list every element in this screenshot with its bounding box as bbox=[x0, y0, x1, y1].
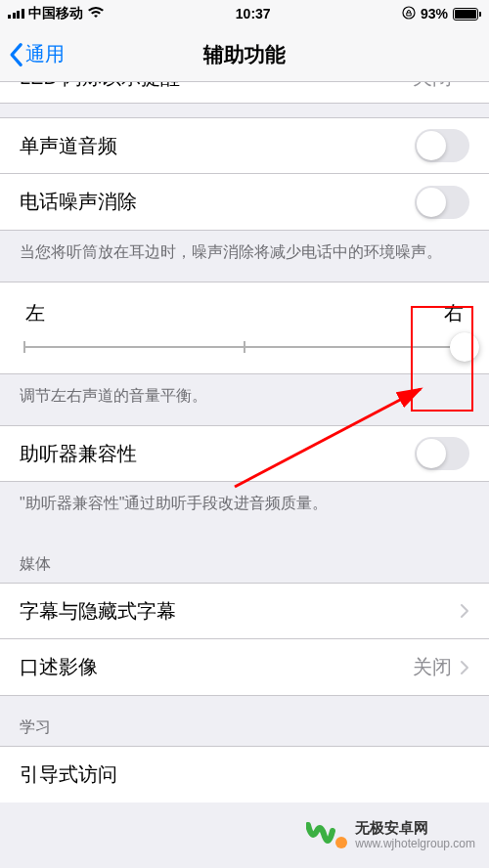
back-label: 通用 bbox=[25, 41, 65, 67]
mono-label: 单声道音频 bbox=[20, 133, 415, 159]
slider-knob[interactable] bbox=[450, 332, 479, 362]
watermark-url: www.wjhotelgroup.com bbox=[355, 837, 475, 850]
row-mono-audio[interactable]: 单声道音频 bbox=[0, 117, 489, 174]
subtitles-label: 字幕与隐藏式字幕 bbox=[20, 598, 452, 625]
audiodesc-label: 口述影像 bbox=[20, 654, 413, 680]
wifi-icon bbox=[87, 6, 105, 22]
hearing-footer: "助听器兼容性"通过助听手段改进音频质量。 bbox=[0, 482, 489, 533]
signal-icon bbox=[8, 9, 24, 19]
audiodesc-value: 关闭 bbox=[413, 654, 452, 680]
hearing-toggle[interactable] bbox=[415, 437, 469, 470]
balance-footer: 调节左右声道的音量平衡。 bbox=[0, 374, 489, 425]
noise-toggle[interactable] bbox=[415, 186, 469, 219]
nav-bar: 通用 辅助功能 bbox=[0, 27, 489, 82]
status-left: 中国移动 bbox=[8, 5, 105, 22]
watermark: 无极安卓网 www.wjhotelgroup.com bbox=[306, 817, 475, 852]
battery-percent: 93% bbox=[421, 6, 448, 22]
led-value: 关闭 bbox=[413, 82, 452, 91]
led-label: LED 闪烁以示提醒 bbox=[20, 82, 413, 91]
chevron-right-icon bbox=[460, 660, 469, 675]
row-subtitles[interactable]: 字幕与隐藏式字幕 bbox=[0, 583, 489, 639]
watermark-title: 无极安卓网 bbox=[355, 819, 475, 837]
slider-right-label: 右 bbox=[444, 300, 464, 326]
orientation-lock-icon bbox=[402, 6, 416, 22]
carrier-label: 中国移动 bbox=[28, 5, 83, 22]
status-right: 93% bbox=[402, 6, 481, 22]
page-title: 辅助功能 bbox=[203, 41, 286, 68]
row-audio-descriptions[interactable]: 口述影像 关闭 bbox=[0, 639, 489, 696]
slider-left-label: 左 bbox=[25, 300, 45, 326]
svg-point-3 bbox=[335, 837, 347, 848]
row-led-alerts[interactable]: LED 闪烁以示提醒 关闭 bbox=[0, 82, 489, 104]
battery-icon bbox=[453, 8, 481, 21]
row-noise-cancel[interactable]: 电话噪声消除 bbox=[0, 174, 489, 231]
noise-footer: 当您将听筒放在耳边时，噪声消除将减少电话中的环境噪声。 bbox=[0, 231, 489, 282]
section-learning: 学习 bbox=[0, 696, 489, 746]
balance-slider[interactable] bbox=[23, 346, 466, 348]
back-button[interactable]: 通用 bbox=[0, 41, 65, 67]
watermark-logo-icon bbox=[306, 817, 349, 852]
hearing-label: 助听器兼容性 bbox=[20, 441, 415, 467]
guided-label: 引导式访问 bbox=[20, 761, 469, 788]
mono-toggle[interactable] bbox=[415, 129, 469, 162]
balance-slider-section: 左 右 bbox=[0, 282, 489, 374]
chevron-left-icon bbox=[8, 42, 23, 67]
status-bar: 中国移动 10:37 93% bbox=[0, 0, 489, 27]
row-guided-access[interactable]: 引导式访问 bbox=[0, 746, 489, 803]
status-time: 10:37 bbox=[236, 6, 271, 22]
chevron-right-icon bbox=[460, 603, 469, 619]
row-hearing-aid[interactable]: 助听器兼容性 bbox=[0, 425, 489, 482]
section-media: 媒体 bbox=[0, 533, 489, 583]
noise-label: 电话噪声消除 bbox=[20, 189, 415, 215]
